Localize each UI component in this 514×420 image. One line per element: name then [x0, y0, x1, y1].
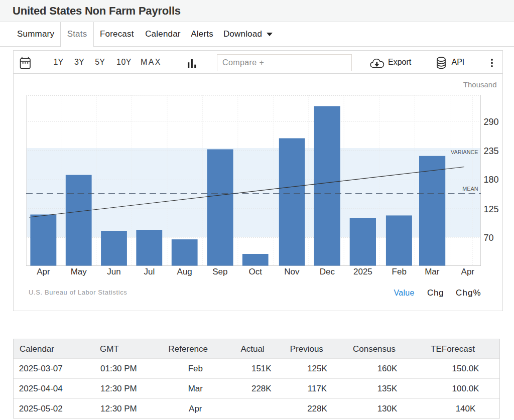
svg-text:125: 125 [484, 204, 499, 214]
svg-text:70: 70 [484, 233, 494, 243]
svg-text:VARIANCE: VARIANCE [451, 149, 478, 155]
svg-text:2025: 2025 [353, 267, 372, 276]
svg-text:Dec: Dec [320, 267, 335, 276]
svg-text:Thousand: Thousand [463, 80, 497, 89]
svg-text:Chg: Chg [427, 288, 444, 298]
svg-text:180: 180 [484, 175, 499, 185]
svg-text:U.S. Bureau of Labor Statistic: U.S. Bureau of Labor Statistics [29, 289, 127, 296]
svg-text:Nov: Nov [284, 267, 300, 276]
svg-text:235: 235 [484, 146, 499, 156]
svg-text:Chg%: Chg% [456, 288, 481, 298]
svg-text:May: May [71, 267, 87, 276]
svg-text:Apr: Apr [37, 267, 50, 276]
svg-text:Oct: Oct [249, 267, 263, 276]
svg-text:Jul: Jul [144, 267, 155, 276]
svg-text:290: 290 [484, 117, 499, 127]
svg-text:Aug: Aug [177, 267, 192, 276]
svg-text:Apr: Apr [461, 267, 475, 276]
svg-text:MEAN: MEAN [462, 186, 478, 192]
svg-text:Sep: Sep [212, 267, 227, 276]
svg-text:Mar: Mar [425, 267, 440, 276]
svg-text:Jun: Jun [107, 267, 120, 276]
svg-text:Value: Value [394, 289, 415, 297]
svg-text:Feb: Feb [392, 267, 407, 276]
